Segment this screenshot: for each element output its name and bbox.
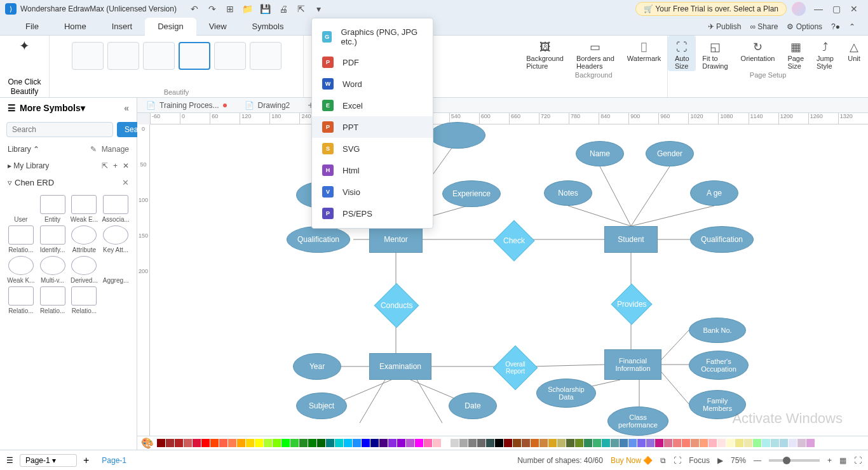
color-swatch[interactable] bbox=[299, 439, 308, 447]
color-swatch[interactable] bbox=[611, 439, 619, 447]
shape-derived[interactable]: Derived... bbox=[70, 256, 99, 284]
one-click-beautify[interactable]: ✦ One Click Beautify bbox=[0, 36, 50, 97]
page-size[interactable]: ▦Page Size bbox=[781, 36, 810, 71]
color-swatch[interactable] bbox=[335, 439, 343, 447]
quick-access-dropdown[interactable]: ▾ bbox=[310, 0, 328, 18]
color-swatch[interactable] bbox=[646, 439, 654, 447]
library-link[interactable]: Library ⌃ bbox=[8, 145, 39, 154]
page-tab[interactable]: Page-1 bbox=[95, 456, 133, 465]
jump-style[interactable]: ⤴Jump Style bbox=[810, 36, 840, 71]
color-swatch[interactable] bbox=[717, 439, 726, 447]
shape-weak k[interactable]: Weak K... bbox=[6, 256, 36, 284]
unit[interactable]: △Unit bbox=[840, 36, 868, 71]
watermark-btn[interactable]: ⌷Watermark bbox=[621, 36, 667, 71]
my-library-link[interactable]: ▸ My Library bbox=[8, 161, 49, 170]
shape-identify[interactable]: Identify... bbox=[38, 225, 67, 253]
node-scholarship[interactable]: Scholarship Data bbox=[536, 379, 596, 408]
theme-thumb-1[interactable] bbox=[72, 42, 104, 70]
color-swatch[interactable] bbox=[593, 439, 601, 447]
color-swatch[interactable] bbox=[664, 439, 672, 447]
color-swatch[interactable] bbox=[575, 439, 583, 447]
color-swatch[interactable] bbox=[504, 439, 512, 447]
color-swatch[interactable] bbox=[362, 439, 370, 447]
pages-icon[interactable]: ☰ bbox=[6, 456, 13, 465]
options-link[interactable]: ⚙ Options bbox=[787, 22, 822, 31]
color-swatch[interactable] bbox=[433, 439, 441, 447]
color-swatch[interactable] bbox=[539, 439, 548, 447]
color-swatch[interactable] bbox=[406, 439, 414, 447]
node-mentor[interactable]: Mentor bbox=[369, 226, 423, 253]
export-svg[interactable]: SSVG bbox=[312, 138, 433, 159]
more-symbols-header[interactable]: ☰ More Symbols▾ « bbox=[0, 98, 137, 118]
close-section-icon[interactable]: ✕ bbox=[122, 178, 129, 187]
node-class[interactable]: Class performance bbox=[607, 406, 668, 436]
color-swatch[interactable] bbox=[184, 439, 192, 447]
color-swatch[interactable] bbox=[771, 439, 779, 447]
fit-page-icon[interactable]: ▦ bbox=[839, 456, 846, 465]
shape-entity[interactable]: Entity bbox=[38, 195, 67, 223]
node-gender[interactable]: Gender bbox=[646, 141, 694, 166]
color-swatch[interactable] bbox=[566, 439, 574, 447]
shape-multi-v[interactable]: Multi-v... bbox=[38, 256, 67, 284]
menu-file[interactable]: File bbox=[13, 18, 51, 36]
menu-design[interactable]: Design bbox=[145, 18, 196, 36]
export-html[interactable]: HHtml bbox=[312, 159, 433, 181]
color-swatch[interactable] bbox=[548, 439, 557, 447]
menu-symbols[interactable]: Symbols bbox=[240, 18, 297, 36]
node-experience[interactable]: Experience bbox=[442, 180, 501, 207]
theme-thumb-5[interactable] bbox=[214, 42, 246, 70]
undo-icon[interactable]: ↶ bbox=[186, 0, 203, 18]
redo-icon[interactable]: ↷ bbox=[203, 0, 221, 18]
collapse-panel-icon[interactable]: « bbox=[124, 103, 129, 113]
buy-now-link[interactable]: Buy Now 🔶 bbox=[611, 456, 653, 465]
add-page-icon[interactable]: + bbox=[83, 455, 89, 466]
maximize-icon[interactable]: ▢ bbox=[827, 0, 845, 18]
export-ps-eps[interactable]: PPS/EPS bbox=[312, 203, 433, 224]
focus-mode-icon[interactable]: ⛶ bbox=[674, 456, 681, 465]
color-swatch[interactable] bbox=[522, 439, 530, 447]
theme-thumb-4[interactable] bbox=[179, 42, 210, 70]
help-icon[interactable]: ?● bbox=[831, 22, 840, 31]
color-swatch[interactable] bbox=[281, 439, 290, 447]
color-swatch[interactable] bbox=[620, 439, 628, 447]
chen-erd-section[interactable]: ▿ Chen ERD ✕ bbox=[0, 174, 137, 191]
node-financial[interactable]: Financial Information bbox=[604, 349, 661, 380]
node-notes[interactable]: Notes bbox=[544, 180, 592, 206]
node-provides[interactable]: Provides bbox=[611, 283, 652, 325]
menu-collapse-icon[interactable]: ⌃ bbox=[849, 22, 855, 31]
color-swatch[interactable] bbox=[753, 439, 761, 447]
color-swatch[interactable] bbox=[602, 439, 610, 447]
background-picture[interactable]: 🖼Background Picture bbox=[520, 36, 570, 71]
color-swatch[interactable] bbox=[691, 439, 699, 447]
color-swatch[interactable] bbox=[379, 439, 388, 447]
color-swatch[interactable] bbox=[166, 439, 174, 447]
color-swatch[interactable] bbox=[326, 439, 334, 447]
color-swatch[interactable] bbox=[709, 439, 717, 447]
color-swatch[interactable] bbox=[201, 439, 210, 447]
shape-attribute[interactable]: Attribute bbox=[70, 225, 99, 253]
color-swatch[interactable] bbox=[424, 439, 432, 447]
color-swatch[interactable] bbox=[237, 439, 245, 447]
color-swatch[interactable] bbox=[290, 439, 299, 447]
lib-delete-icon[interactable]: ✕ bbox=[123, 161, 129, 170]
color-swatch[interactable] bbox=[193, 439, 201, 447]
color-swatch[interactable] bbox=[673, 439, 681, 447]
color-swatch[interactable] bbox=[175, 439, 183, 447]
doc-tab-2[interactable]: 📄 Drawing2 bbox=[236, 98, 299, 113]
node-name2[interactable]: Name bbox=[576, 141, 624, 166]
export-ppt[interactable]: PPPT bbox=[312, 116, 433, 138]
color-swatch[interactable] bbox=[531, 439, 539, 447]
borders-headers[interactable]: ▭Borders and Headers bbox=[570, 36, 621, 71]
color-swatch[interactable] bbox=[486, 439, 494, 447]
node-conducts[interactable]: Conducts bbox=[374, 283, 419, 328]
color-swatch[interactable] bbox=[806, 439, 815, 447]
zoom-level[interactable]: 75% bbox=[731, 456, 746, 465]
theme-thumb-3[interactable] bbox=[143, 42, 175, 70]
close-icon[interactable]: ✕ bbox=[845, 0, 863, 18]
export-word[interactable]: WWord bbox=[312, 73, 433, 95]
zoom-in-icon[interactable]: + bbox=[827, 456, 832, 465]
color-swatch[interactable] bbox=[700, 439, 708, 447]
color-swatch[interactable] bbox=[735, 439, 743, 447]
color-swatch[interactable] bbox=[637, 439, 646, 447]
color-swatch[interactable] bbox=[344, 439, 352, 447]
